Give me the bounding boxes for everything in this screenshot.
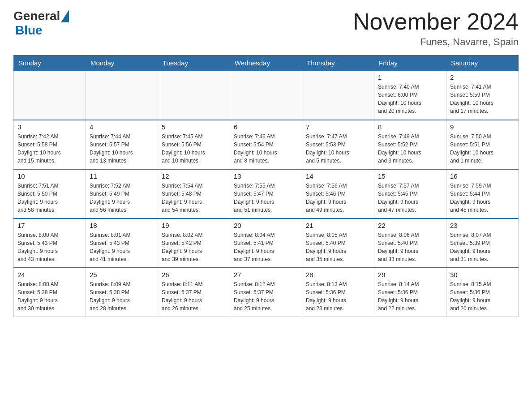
day-info: Sunrise: 8:13 AMSunset: 5:36 PMDaylight:… xyxy=(306,280,370,313)
location-text: Funes, Navarre, Spain xyxy=(353,36,519,48)
day-number: 1 xyxy=(378,73,442,81)
logo-triangle-icon xyxy=(61,10,69,22)
day-number: 16 xyxy=(450,172,515,180)
calendar-week-row: 24Sunrise: 8:08 AMSunset: 5:38 PMDayligh… xyxy=(14,268,519,317)
day-number: 7 xyxy=(306,123,370,131)
table-row: 13Sunrise: 7:55 AMSunset: 5:47 PMDayligh… xyxy=(230,169,302,218)
table-row xyxy=(302,71,374,120)
day-info: Sunrise: 8:14 AMSunset: 5:36 PMDaylight:… xyxy=(378,280,442,313)
day-info: Sunrise: 8:12 AMSunset: 5:37 PMDaylight:… xyxy=(234,280,298,313)
day-info: Sunrise: 8:09 AMSunset: 5:38 PMDaylight:… xyxy=(90,280,154,313)
day-number: 8 xyxy=(378,123,442,131)
header-friday: Friday xyxy=(374,56,446,71)
day-info: Sunrise: 7:57 AMSunset: 5:45 PMDaylight:… xyxy=(378,182,442,214)
table-row: 3Sunrise: 7:42 AMSunset: 5:58 PMDaylight… xyxy=(14,120,86,169)
table-row: 1Sunrise: 7:40 AMSunset: 6:00 PMDaylight… xyxy=(374,71,446,120)
table-row: 18Sunrise: 8:01 AMSunset: 5:43 PMDayligh… xyxy=(86,218,158,268)
day-info: Sunrise: 8:02 AMSunset: 5:42 PMDaylight:… xyxy=(162,231,226,263)
table-row: 11Sunrise: 7:52 AMSunset: 5:49 PMDayligh… xyxy=(86,169,158,218)
day-number: 6 xyxy=(234,123,298,131)
table-row: 4Sunrise: 7:44 AMSunset: 5:57 PMDaylight… xyxy=(86,120,158,169)
calendar-week-row: 1Sunrise: 7:40 AMSunset: 6:00 PMDaylight… xyxy=(14,71,519,120)
month-title: November 2024 xyxy=(353,9,519,34)
logo-blue-text: Blue xyxy=(15,23,43,38)
day-info: Sunrise: 7:55 AMSunset: 5:47 PMDaylight:… xyxy=(234,182,298,214)
calendar-week-row: 10Sunrise: 7:51 AMSunset: 5:50 PMDayligh… xyxy=(14,169,519,218)
title-area: November 2024 Funes, Navarre, Spain xyxy=(353,9,519,48)
table-row: 26Sunrise: 8:11 AMSunset: 5:37 PMDayligh… xyxy=(158,268,230,317)
table-row: 19Sunrise: 8:02 AMSunset: 5:42 PMDayligh… xyxy=(158,218,230,268)
table-row: 23Sunrise: 8:07 AMSunset: 5:39 PMDayligh… xyxy=(446,218,519,268)
header-sunday: Sunday xyxy=(14,56,86,71)
day-number: 28 xyxy=(306,271,370,278)
logo-general-text: General xyxy=(13,9,60,23)
day-info: Sunrise: 7:50 AMSunset: 5:51 PMDaylight:… xyxy=(450,133,515,165)
day-info: Sunrise: 8:00 AMSunset: 5:43 PMDaylight:… xyxy=(17,231,82,263)
day-number: 9 xyxy=(450,123,515,131)
day-number: 22 xyxy=(378,222,442,229)
day-number: 18 xyxy=(90,222,154,229)
table-row: 28Sunrise: 8:13 AMSunset: 5:36 PMDayligh… xyxy=(302,268,374,317)
day-info: Sunrise: 7:42 AMSunset: 5:58 PMDaylight:… xyxy=(17,133,82,165)
header-thursday: Thursday xyxy=(302,56,374,71)
table-row: 12Sunrise: 7:54 AMSunset: 5:48 PMDayligh… xyxy=(158,169,230,218)
table-row: 5Sunrise: 7:45 AMSunset: 5:56 PMDaylight… xyxy=(158,120,230,169)
header-monday: Monday xyxy=(86,56,158,71)
day-number: 24 xyxy=(17,271,82,278)
day-info: Sunrise: 7:59 AMSunset: 5:44 PMDaylight:… xyxy=(450,182,515,214)
day-info: Sunrise: 8:11 AMSunset: 5:37 PMDaylight:… xyxy=(162,280,226,313)
table-row: 29Sunrise: 8:14 AMSunset: 5:36 PMDayligh… xyxy=(374,268,446,317)
day-number: 12 xyxy=(162,172,226,180)
day-number: 17 xyxy=(17,222,82,229)
day-info: Sunrise: 7:56 AMSunset: 5:46 PMDaylight:… xyxy=(306,182,370,214)
table-row: 2Sunrise: 7:41 AMSunset: 5:59 PMDaylight… xyxy=(446,71,519,120)
table-row xyxy=(86,71,158,120)
table-row: 21Sunrise: 8:05 AMSunset: 5:40 PMDayligh… xyxy=(302,218,374,268)
table-row: 27Sunrise: 8:12 AMSunset: 5:37 PMDayligh… xyxy=(230,268,302,317)
day-info: Sunrise: 8:06 AMSunset: 5:40 PMDaylight:… xyxy=(378,231,442,263)
day-number: 4 xyxy=(90,123,154,131)
table-row: 17Sunrise: 8:00 AMSunset: 5:43 PMDayligh… xyxy=(14,218,86,268)
table-row: 25Sunrise: 8:09 AMSunset: 5:38 PMDayligh… xyxy=(86,268,158,317)
header-tuesday: Tuesday xyxy=(158,56,230,71)
day-info: Sunrise: 8:08 AMSunset: 5:38 PMDaylight:… xyxy=(17,280,82,313)
day-number: 25 xyxy=(90,271,154,278)
day-number: 21 xyxy=(306,222,370,229)
day-info: Sunrise: 8:05 AMSunset: 5:40 PMDaylight:… xyxy=(306,231,370,263)
day-number: 13 xyxy=(234,172,298,180)
table-row: 7Sunrise: 7:47 AMSunset: 5:53 PMDaylight… xyxy=(302,120,374,169)
calendar-header-row: Sunday Monday Tuesday Wednesday Thursday… xyxy=(14,56,519,71)
logo: General Blue xyxy=(13,9,69,38)
calendar-week-row: 17Sunrise: 8:00 AMSunset: 5:43 PMDayligh… xyxy=(14,218,519,268)
day-info: Sunrise: 7:40 AMSunset: 6:00 PMDaylight:… xyxy=(378,83,442,115)
day-info: Sunrise: 8:01 AMSunset: 5:43 PMDaylight:… xyxy=(90,231,154,263)
day-number: 11 xyxy=(90,172,154,180)
day-info: Sunrise: 7:41 AMSunset: 5:59 PMDaylight:… xyxy=(450,83,515,115)
day-number: 20 xyxy=(234,222,298,229)
day-number: 15 xyxy=(378,172,442,180)
table-row: 22Sunrise: 8:06 AMSunset: 5:40 PMDayligh… xyxy=(374,218,446,268)
day-info: Sunrise: 7:44 AMSunset: 5:57 PMDaylight:… xyxy=(90,133,154,165)
table-row: 14Sunrise: 7:56 AMSunset: 5:46 PMDayligh… xyxy=(302,169,374,218)
page-header: General Blue November 2024 Funes, Navarr… xyxy=(13,9,519,48)
day-number: 10 xyxy=(17,172,82,180)
day-number: 2 xyxy=(450,73,515,81)
day-number: 23 xyxy=(450,222,515,229)
header-wednesday: Wednesday xyxy=(230,56,302,71)
header-saturday: Saturday xyxy=(446,56,519,71)
calendar-week-row: 3Sunrise: 7:42 AMSunset: 5:58 PMDaylight… xyxy=(14,120,519,169)
day-info: Sunrise: 7:47 AMSunset: 5:53 PMDaylight:… xyxy=(306,133,370,165)
day-number: 19 xyxy=(162,222,226,229)
day-number: 3 xyxy=(17,123,82,131)
day-info: Sunrise: 7:49 AMSunset: 5:52 PMDaylight:… xyxy=(378,133,442,165)
day-info: Sunrise: 7:46 AMSunset: 5:54 PMDaylight:… xyxy=(234,133,298,165)
day-number: 14 xyxy=(306,172,370,180)
table-row: 20Sunrise: 8:04 AMSunset: 5:41 PMDayligh… xyxy=(230,218,302,268)
day-info: Sunrise: 7:54 AMSunset: 5:48 PMDaylight:… xyxy=(162,182,226,214)
table-row: 30Sunrise: 8:15 AMSunset: 5:36 PMDayligh… xyxy=(446,268,519,317)
table-row: 16Sunrise: 7:59 AMSunset: 5:44 PMDayligh… xyxy=(446,169,519,218)
table-row: 15Sunrise: 7:57 AMSunset: 5:45 PMDayligh… xyxy=(374,169,446,218)
day-info: Sunrise: 8:04 AMSunset: 5:41 PMDaylight:… xyxy=(234,231,298,263)
day-info: Sunrise: 7:52 AMSunset: 5:49 PMDaylight:… xyxy=(90,182,154,214)
table-row xyxy=(230,71,302,120)
